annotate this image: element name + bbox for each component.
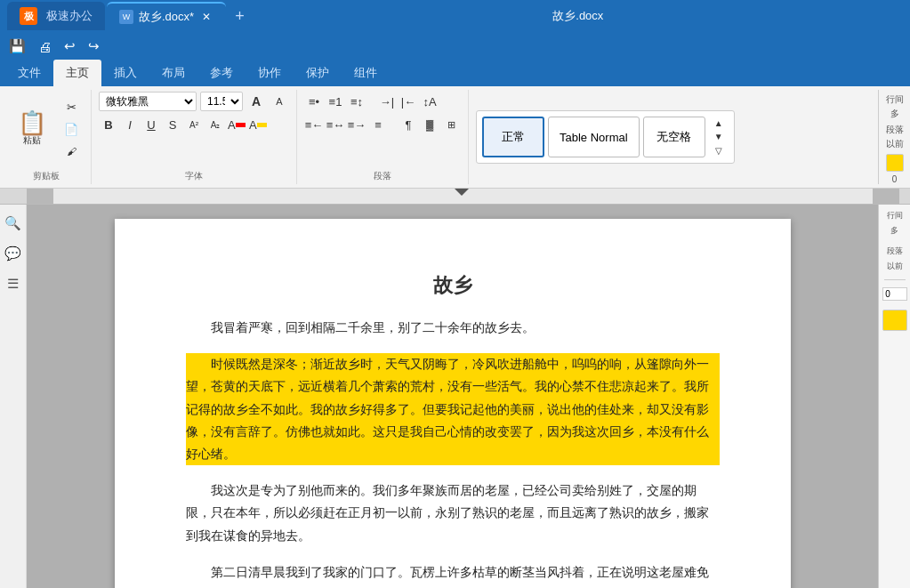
right-panel-before: 以前: [887, 261, 903, 272]
align-center-button[interactable]: ≡↔: [326, 115, 345, 134]
tab-file[interactable]: 文件: [5, 60, 53, 86]
tab-protect[interactable]: 保护: [294, 60, 342, 86]
paragraph-label: 段落: [886, 124, 904, 136]
paragraph-3: 我这次是专为了别他而来的。我们多年聚族而居的老屋，已经公司卖给别姓了，交屋的期限…: [186, 479, 720, 547]
document-page: 故乡 我冒着严寒，回到相隔二千余里，别了二十余年的故乡去。 时候既然是深冬；渐近…: [115, 219, 791, 588]
main-area: 🔍 💬 ☰ 故乡 我冒着严寒，回到相隔二千余里，别了二十余年的故乡去。 时候既然…: [0, 205, 910, 588]
more-label: 多: [890, 108, 899, 120]
indent-marker[interactable]: [455, 189, 469, 196]
right-panel-para: 段落: [887, 246, 903, 257]
underline-button[interactable]: U: [141, 115, 161, 134]
tab-docx[interactable]: W 故乡.docx* ✕: [107, 2, 226, 30]
copy-button[interactable]: 📄: [59, 119, 84, 139]
spacing-value-input[interactable]: [882, 287, 907, 301]
color-swatch-yellow[interactable]: [886, 154, 904, 172]
comment-icon[interactable]: 💬: [1, 242, 25, 265]
ribbon-content: 📋 粘贴 ✂ 📄 🖌 剪贴板 微软雅黑 11.5 A A B I U: [0, 86, 910, 189]
pilcrow-button[interactable]: ¶: [399, 115, 418, 134]
strikethrough-button[interactable]: S: [163, 115, 182, 134]
grow-font-button[interactable]: A: [246, 92, 266, 111]
style-no-spacing[interactable]: 无空格: [643, 117, 705, 157]
shading-button[interactable]: ▓: [420, 115, 439, 134]
font-color-button[interactable]: A: [227, 115, 246, 134]
style-table-normal[interactable]: Table Normal: [548, 117, 640, 157]
decrease-indent-button[interactable]: |←: [399, 92, 418, 111]
tab-insert[interactable]: 插入: [101, 60, 149, 86]
paragraph-2-highlighted: 时候既然是深冬；渐近故乡时，天气又阴晦了，冷风吹进船舱中，呜呜的响，从篷隙向外一…: [186, 353, 720, 465]
font-name-select[interactable]: 微软雅黑: [99, 92, 197, 111]
tab-references[interactable]: 参考: [197, 60, 246, 86]
right-panel: 行间 多 段落 以前: [878, 205, 910, 588]
quick-access-toolbar: 💾 🖨 ↩ ↪: [0, 32, 910, 60]
align-right-button[interactable]: ≡→: [347, 115, 366, 134]
window-title: 故乡.docx: [254, 8, 903, 24]
nav-icon[interactable]: ☰: [4, 272, 22, 295]
tab-jisuban[interactable]: 极 极速办公: [7, 2, 105, 30]
justify-button[interactable]: ≡: [368, 115, 388, 134]
before-label: 以前: [886, 138, 904, 150]
ribbon-tabs: 文件 主页 插入 布局 参考 协作 保护 组件: [0, 60, 910, 86]
paste-button[interactable]: 📋 粘贴: [9, 107, 55, 151]
close-icon[interactable]: ✕: [199, 11, 213, 23]
tab-jisuban-label: 极速办公: [46, 8, 93, 24]
font-group: 微软雅黑 11.5 A A B I U S A² A₂ A A 字体: [95, 90, 297, 184]
document-title: 故乡: [186, 272, 720, 299]
spacing-input: 0: [892, 174, 898, 184]
paragraph-4: 第二日清早晨我到了我家的门口了。瓦楞上许多枯草的断茎当风抖着，正在说明这老屋难免…: [186, 561, 720, 588]
clipboard-group: 📋 粘贴 ✂ 📄 🖌 剪贴板: [5, 90, 92, 184]
tab-docx-label: 故乡.docx*: [139, 9, 194, 25]
save-button[interactable]: 💾: [5, 36, 29, 56]
bold-button[interactable]: B: [99, 115, 118, 134]
cut-button[interactable]: ✂: [59, 97, 84, 117]
bullets-button[interactable]: ≡•: [304, 92, 324, 111]
paragraph-group: ≡• ≡1 ≡↕ →| |← ↕A ≡← ≡↔ ≡→ ≡ ¶ ▓ ⊞ 段落: [301, 90, 469, 184]
tab-review[interactable]: 协作: [246, 60, 294, 86]
right-panel-line-spacing: 行间: [887, 210, 903, 222]
multilevel-button[interactable]: ≡↕: [347, 92, 366, 111]
ruler: [0, 189, 910, 205]
superscript-button[interactable]: A²: [184, 115, 204, 134]
more-styles-button[interactable]: ▽: [709, 144, 729, 157]
scroll-down-style-button[interactable]: ▼: [709, 130, 729, 143]
tab-home[interactable]: 主页: [53, 60, 101, 86]
search-icon[interactable]: 🔍: [1, 212, 25, 235]
tab-layout[interactable]: 布局: [149, 60, 197, 86]
styles-group: 正常 Table Normal 无空格 ▲ ▼ ▽: [472, 90, 742, 184]
format-painter-button[interactable]: 🖌: [59, 141, 84, 161]
print-button[interactable]: 🖨: [35, 37, 55, 56]
highlight-button[interactable]: A: [248, 115, 268, 134]
numbering-button[interactable]: ≡1: [326, 92, 345, 111]
scroll-up-style-button[interactable]: ▲: [709, 117, 729, 130]
app-icon: 极: [20, 7, 37, 25]
subscript-button[interactable]: A₂: [205, 115, 225, 134]
border-button[interactable]: ⊞: [441, 115, 461, 134]
style-normal[interactable]: 正常: [482, 117, 544, 157]
paste-icon: 📋: [18, 111, 46, 134]
add-tab-button[interactable]: +: [226, 7, 254, 26]
right-panel-more: 多: [890, 225, 898, 237]
undo-button[interactable]: ↩: [60, 36, 79, 56]
document-area[interactable]: 故乡 我冒着严寒，回到相隔二千余里，别了二十余年的故乡去。 时候既然是深冬；渐近…: [27, 205, 878, 588]
title-bar: 极 极速办公 W 故乡.docx* ✕ + 故乡.docx: [0, 0, 910, 32]
doc-icon: W: [119, 10, 133, 24]
paragraph-1: 我冒着严寒，回到相隔二千余里，别了二十余年的故乡去。: [186, 317, 720, 339]
sort-button[interactable]: ↕A: [420, 92, 439, 111]
tab-components[interactable]: 组件: [342, 60, 390, 86]
left-sidebar: 🔍 💬 ☰: [0, 205, 27, 588]
redo-button[interactable]: ↪: [85, 36, 103, 56]
font-size-select[interactable]: 11.5: [200, 92, 243, 111]
increase-indent-button[interactable]: →|: [377, 92, 397, 111]
highlight-color-picker[interactable]: [882, 310, 907, 331]
italic-button[interactable]: I: [120, 115, 140, 134]
align-left-button[interactable]: ≡←: [304, 115, 324, 134]
line-spacing-label: 行间: [886, 93, 904, 106]
shrink-font-button[interactable]: A: [270, 92, 289, 111]
